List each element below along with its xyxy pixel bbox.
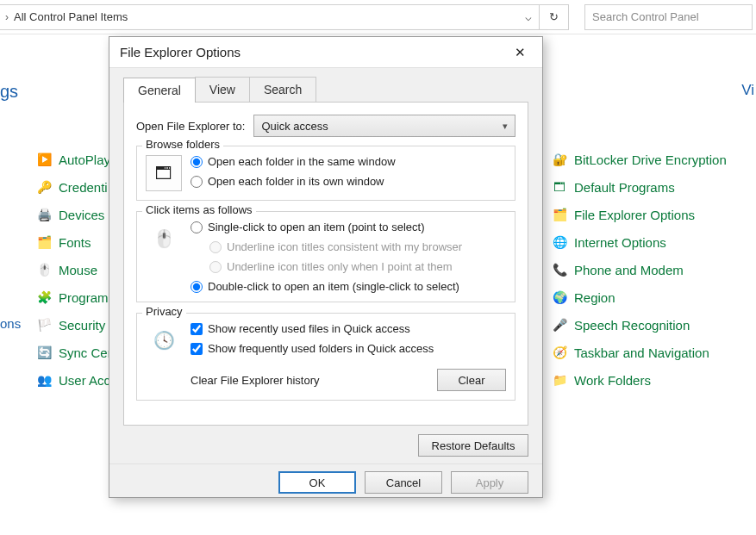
cp-item-label: User Acc xyxy=(59,373,110,388)
ons-fragment: ons xyxy=(0,316,21,331)
view-fragment[interactable]: Vi xyxy=(741,82,754,99)
checkbox-frequent-folders-input[interactable] xyxy=(191,343,203,355)
cp-item-icon: 🔑 xyxy=(36,179,52,195)
address-bar-row: › All Control Panel Items ⌵ ↻ Search Con… xyxy=(0,0,756,34)
cp-item-label: File Explorer Options xyxy=(574,208,695,222)
open-to-row: Open File Explorer to: Quick access ▾ xyxy=(136,115,515,137)
radio-double-click-input[interactable] xyxy=(191,281,203,293)
cp-item-label: AutoPlay xyxy=(59,152,110,167)
cp-item-icon: 🗂️ xyxy=(36,234,52,250)
radio-single-click-label: Single-click to open an item (point to s… xyxy=(208,221,424,233)
cp-item-label: Default Programs xyxy=(574,180,675,195)
checkbox-recent-files-input[interactable] xyxy=(191,323,203,335)
cp-item-label: Security xyxy=(59,318,105,333)
cp-item-label: Work Folders xyxy=(574,373,651,388)
cp-item-icon: 🔄 xyxy=(36,345,52,360)
browse-folders-group: Browse folders 🗔 Open each folder in the… xyxy=(136,146,515,201)
cp-item[interactable]: 📞Phone and Modem xyxy=(552,262,750,277)
browse-folders-legend: Browse folders xyxy=(142,138,223,151)
cp-item-label: Sync Cen xyxy=(59,345,115,360)
radio-same-window-label: Open each folder in the same window xyxy=(208,155,396,168)
breadcrumb-dropdown-icon[interactable]: ⌵ xyxy=(518,10,539,23)
cp-item-icon: 🗔 xyxy=(552,179,567,195)
tab-general[interactable]: General xyxy=(123,78,196,103)
radio-double-click[interactable]: Double-click to open an item (single-cli… xyxy=(191,280,506,293)
cp-item-icon: 🌐 xyxy=(552,234,567,250)
cp-item-icon: 🔐 xyxy=(552,152,567,167)
click-items-legend: Click items as follows xyxy=(142,203,256,216)
close-button[interactable]: ✕ xyxy=(503,40,537,65)
radio-underline-point-input xyxy=(209,261,222,273)
cp-item[interactable]: 🌐Internet Options xyxy=(552,234,750,250)
radio-single-click-input[interactable] xyxy=(191,221,203,233)
checkbox-recent-files-label: Show recently used files in Quick access xyxy=(208,322,410,335)
cp-item[interactable]: 🗔Default Programs xyxy=(552,179,750,195)
refresh-button[interactable]: ↻ xyxy=(540,4,569,30)
clear-history-label: Clear File Explorer history xyxy=(191,374,320,387)
cp-item[interactable]: 📁Work Folders xyxy=(552,372,750,388)
radio-own-window[interactable]: Open each folder in its own window xyxy=(191,175,506,188)
ok-button[interactable]: OK xyxy=(278,471,356,494)
checkbox-frequent-folders[interactable]: Show frequently used folders in Quick ac… xyxy=(191,342,506,355)
cp-item-icon: 🧩 xyxy=(36,289,52,305)
cp-item[interactable]: 🧭Taskbar and Navigation xyxy=(552,345,750,360)
privacy-icon: 🕓 xyxy=(146,322,182,358)
restore-defaults-button[interactable]: Restore Defaults xyxy=(418,434,528,457)
dialog-titlebar[interactable]: File Explorer Options ✕ xyxy=(109,37,542,68)
chevron-right-icon: › xyxy=(5,11,9,23)
privacy-legend: Privacy xyxy=(142,305,186,318)
radio-own-window-label: Open each folder in its own window xyxy=(208,175,384,188)
tab-search[interactable]: Search xyxy=(249,77,316,102)
radio-same-window-input[interactable] xyxy=(191,156,203,168)
cp-item-label: Phone and Modem xyxy=(574,263,684,277)
open-to-label: Open File Explorer to: xyxy=(136,120,245,133)
cp-item-icon: 🌍 xyxy=(552,289,567,305)
cp-item[interactable]: 🗂️File Explorer Options xyxy=(552,207,750,222)
cp-item[interactable]: 🎤Speech Recognition xyxy=(552,317,750,333)
cp-item-icon: 🗂️ xyxy=(552,207,567,222)
cp-item-icon: 📞 xyxy=(552,262,567,277)
clear-button[interactable]: Clear xyxy=(437,369,506,391)
cp-item-icon: 👥 xyxy=(36,372,52,388)
click-items-group: Click items as follows 🖱️ Single-click t… xyxy=(136,211,515,302)
refresh-icon: ↻ xyxy=(549,10,559,23)
cp-item-icon: 🏳️ xyxy=(36,317,52,333)
radio-same-window[interactable]: Open each folder in the same window xyxy=(191,155,506,168)
cp-item-label: BitLocker Drive Encryption xyxy=(574,152,727,167)
search-placeholder: Search Control Panel xyxy=(592,10,699,23)
radio-own-window-input[interactable] xyxy=(191,176,203,188)
cp-item-icon: 🧭 xyxy=(552,345,567,360)
cp-item-icon: 🖨️ xyxy=(36,207,52,222)
cp-item[interactable]: 🌍Region xyxy=(552,289,750,305)
radio-underline-browser-input xyxy=(209,241,222,253)
cp-item-icon: 🎤 xyxy=(552,317,567,333)
privacy-group: Privacy 🕓 Show recently used files in Qu… xyxy=(136,313,515,401)
cp-item-icon: ▶️ xyxy=(36,152,52,167)
dialog-title: File Explorer Options xyxy=(120,45,241,59)
open-to-value: Quick access xyxy=(261,120,328,133)
tab-body-general: Open File Explorer to: Quick access ▾ Br… xyxy=(123,102,528,426)
dialog-button-row: OK Cancel Apply xyxy=(109,463,542,497)
cp-item-label: Credenti xyxy=(59,180,108,195)
cp-item-label: Speech Recognition xyxy=(574,318,690,333)
cancel-button[interactable]: Cancel xyxy=(365,471,442,494)
cp-item[interactable]: 🔐BitLocker Drive Encryption xyxy=(552,152,750,167)
radio-underline-point-label: Underline icon titles only when I point … xyxy=(227,260,453,273)
cp-item-label: Taskbar and Navigation xyxy=(574,345,709,360)
cp-item-icon: 📁 xyxy=(552,372,567,388)
cp-item-label: Region xyxy=(574,290,615,305)
search-input[interactable]: Search Control Panel xyxy=(584,4,753,30)
apply-button[interactable]: Apply xyxy=(451,471,528,494)
tab-view[interactable]: View xyxy=(195,77,250,102)
radio-double-click-label: Double-click to open an item (single-cli… xyxy=(208,280,459,293)
checkbox-recent-files[interactable]: Show recently used files in Quick access xyxy=(191,322,506,335)
breadcrumb-bar[interactable]: › All Control Panel Items ⌵ xyxy=(0,4,540,30)
page-title-fragment: gs xyxy=(0,82,18,102)
cp-item-label: Mouse xyxy=(59,263,97,277)
open-to-combo[interactable]: Quick access ▾ xyxy=(253,115,515,137)
radio-single-click[interactable]: Single-click to open an item (point to s… xyxy=(191,221,506,233)
chevron-down-icon: ▾ xyxy=(503,121,508,132)
cp-item-label: Fonts xyxy=(59,235,91,250)
cp-item-label: Internet Options xyxy=(574,235,666,250)
tab-strip: General View Search xyxy=(109,68,542,102)
